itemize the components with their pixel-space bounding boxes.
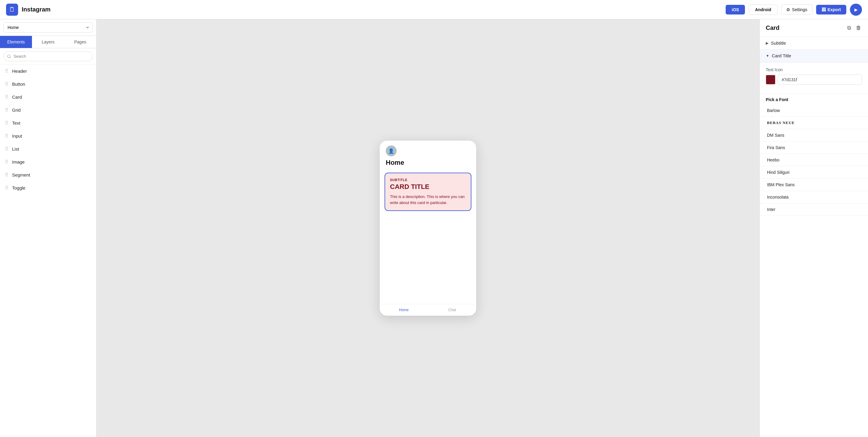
color-input[interactable] [778,75,862,85]
drag-handle-icon: ⠿ [5,159,8,165]
drag-handle-icon: ⠿ [5,133,8,139]
list-item[interactable]: ⠿ Button [0,78,96,91]
drag-handle-icon: ⠿ [5,68,8,74]
phone-mockup: 👤 Home SUBTITLE CARD TITLE This is a des… [380,141,476,316]
layer-subtitle[interactable]: ▶ Subtitle [760,37,868,50]
delete-icon: 🗑 [856,25,861,31]
android-button[interactable]: Android [749,4,777,15]
play-button[interactable]: ▶ [850,4,862,16]
right-panel-title: Card [766,24,780,31]
app-title: Instagram [22,6,51,13]
layers-section: ▶ Subtitle ▼ Card Title [760,37,868,62]
page-select-container: Home Profile Settings [0,19,96,36]
nav-item-home[interactable]: Home [380,308,428,312]
chevron-down-icon: ▼ [766,54,769,58]
left-panel: Home Profile Settings Elements Layers Pa… [0,19,96,437]
list-item[interactable]: ⠿ Input [0,129,96,142]
color-property-row [766,75,862,85]
canvas-area: 👤 Home SUBTITLE CARD TITLE This is a des… [96,19,760,437]
element-label: Input [12,134,22,139]
element-label: Card [12,94,22,99]
app-logo: 🗒 [6,4,18,16]
drag-handle-icon: ⠿ [5,81,8,87]
list-item[interactable]: ⠿ Text [0,116,96,129]
layer-card-title[interactable]: ▼ Card Title [760,50,868,62]
search-bar-container [0,48,96,65]
drag-handle-icon: ⠿ [5,185,8,191]
element-label: Grid [12,108,21,113]
element-label: Button [12,82,25,87]
copy-button[interactable]: ⧉ [846,24,852,32]
list-item[interactable]: ⠿ Segment [0,168,96,181]
settings-icon: ⚙ [786,7,790,12]
font-item-barlow[interactable]: Barlow [760,105,868,117]
export-label: Export [828,7,841,12]
elements-list: ⠿ Header ⠿ Button ⠿ Card ⠿ Grid ⠿ Text ⠿… [0,65,96,437]
card-title: CARD TITLE [390,183,466,191]
right-panel-header: Card ⧉ 🗑 [760,19,868,37]
card-component[interactable]: SUBTITLE CARD TITLE This is a descriptio… [384,173,471,211]
drag-handle-icon: ⠿ [5,146,8,152]
phone-header: 👤 [380,141,476,159]
panel-tabs: Elements Layers Pages [0,36,96,48]
card-subtitle: SUBTITLE [390,178,466,182]
topbar: 🗒 Instagram iOS Android ⚙ Settings 🖼 Exp… [0,0,868,19]
ios-button[interactable]: iOS [726,5,745,14]
font-item-dmsans[interactable]: DM Sans [760,129,868,142]
font-picker-section: Pick a Font Barlow BEBAS NEUE DM Sans Fi… [760,93,868,216]
properties-section: Text Icon [760,62,868,93]
avatar: 👤 [386,145,397,156]
element-label: Text [12,120,21,125]
right-panel: Card ⧉ 🗑 ▶ Subtitle ▼ Card Title [760,19,868,437]
element-label: List [12,146,19,151]
page-title: Home [380,159,476,170]
bottom-nav: Home Chat [380,304,476,316]
element-label: Image [12,159,25,165]
font-item-hindsiliguri[interactable]: Hind Siliguri [760,166,868,179]
font-item-heebo[interactable]: Heebo [760,154,868,166]
tab-pages[interactable]: Pages [64,36,96,48]
delete-button[interactable]: 🗑 [855,24,862,32]
play-icon: ▶ [855,7,858,12]
page-selector[interactable]: Home Profile Settings [4,22,93,33]
color-swatch[interactable] [766,75,775,85]
settings-button[interactable]: ⚙ Settings [781,4,812,15]
chevron-right-icon: ▶ [766,41,769,45]
tab-layers[interactable]: Layers [32,36,64,48]
font-picker-label: Pick a Font [760,93,868,105]
list-item[interactable]: ⠿ List [0,142,96,155]
element-label: Toggle [12,185,25,191]
list-item[interactable]: ⠿ Image [0,155,96,168]
nav-item-chat[interactable]: Chat [428,308,476,312]
drag-handle-icon: ⠿ [5,120,8,126]
font-list: Barlow BEBAS NEUE DM Sans Fira Sans Heeb… [760,105,868,216]
drag-handle-icon: ⠿ [5,94,8,100]
font-item-firasans[interactable]: Fira Sans [760,142,868,154]
list-item[interactable]: ⠿ Header [0,65,96,78]
card-description: This is a description. This is where you… [390,194,466,206]
layer-card-title-label: Card Title [772,53,791,58]
logo-icon: 🗒 [9,6,15,13]
right-panel-actions: ⧉ 🗑 [846,24,862,32]
text-icon-label: Text Icon [766,67,862,72]
search-input[interactable] [4,51,93,61]
export-icon: 🖼 [822,7,826,12]
main-layout: Home Profile Settings Elements Layers Pa… [0,19,868,437]
element-label: Header [12,68,27,74]
copy-icon: ⧉ [847,25,851,31]
list-item[interactable]: ⠿ Toggle [0,181,96,194]
layer-subtitle-label: Subtitle [771,40,786,46]
export-button[interactable]: 🖼 Export [816,5,846,14]
phone-content: SUBTITLE CARD TITLE This is a descriptio… [380,170,476,304]
font-item-inter[interactable]: Inter [760,203,868,216]
settings-label: Settings [792,7,807,12]
font-item-bebas[interactable]: BEBAS NEUE [760,117,868,129]
drag-handle-icon: ⠿ [5,172,8,178]
font-item-ibmplexsans[interactable]: IBM Plex Sans [760,179,868,191]
list-item[interactable]: ⠿ Grid [0,104,96,116]
tab-elements[interactable]: Elements [0,36,32,48]
font-item-inconsolata[interactable]: Inconsolata [760,191,868,203]
avatar-icon: 👤 [388,148,394,154]
element-label: Segment [12,172,30,177]
list-item[interactable]: ⠿ Card [0,91,96,104]
